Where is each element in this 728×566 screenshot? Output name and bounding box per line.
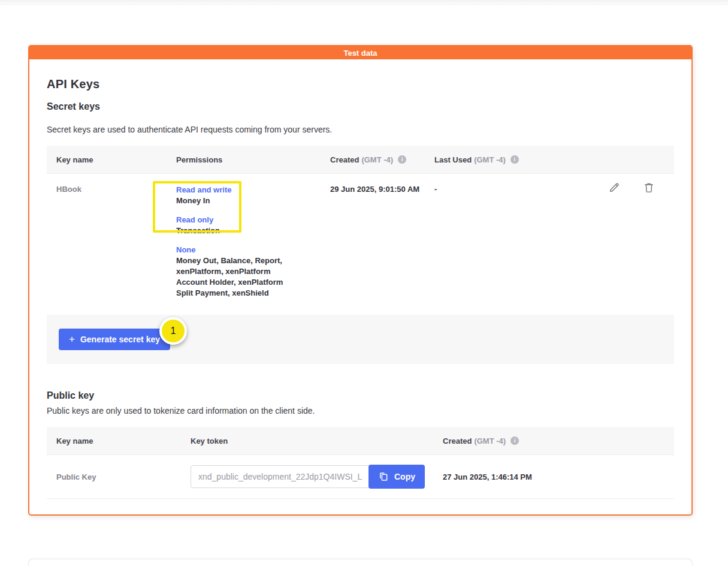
copy-token-button[interactable]: Copy [368,465,425,489]
public-key-token-input[interactable] [191,465,370,488]
previous-card-bottom-edge [0,0,728,5]
test-data-banner: Test data [29,46,691,59]
trash-icon [643,182,655,194]
created-info-icon[interactable] [398,155,406,164]
last-used-info-icon[interactable] [510,155,519,164]
secret-keys-heading: Secret keys [47,101,674,112]
public-key-description: Public keys are only used to tokenize ca… [47,406,674,416]
header-actions [584,146,674,173]
pencil-icon [608,182,620,194]
plus-icon: + [69,334,75,344]
public-key-table-header: Key name Key token Created (GMT -4) [47,427,674,455]
permission-level: None [176,245,298,255]
secret-keys-table-footer: + Generate secret key [47,315,674,364]
generate-secret-key-label: Generate secret key [80,335,160,344]
secret-keys-table: Key name Permissions Created (GMT -4) La… [47,146,674,364]
public-created-info-icon[interactable] [510,436,519,445]
secret-key-row: HBook Read and write Money In Read only … [47,174,674,315]
permission-items: Money Out, Balance, Report, xenPlatform,… [176,255,298,299]
edit-key-button[interactable] [608,182,620,194]
header-last-used: Last Used (GMT -4) [425,146,584,173]
copy-icon [378,471,389,482]
header-key-name: Key name [47,146,167,173]
public-key-table: Key name Key token Created (GMT -4) Publ… [47,427,674,499]
delete-key-button[interactable] [643,182,655,194]
public-key-name: Public Key [47,472,181,481]
header-public-key-name: Key name [47,427,181,454]
next-card-top-edge [28,559,693,566]
permission-group-read-write: Read and write Money In [176,185,298,206]
secret-key-created: 29 Jun 2025, 9:01:50 AM [321,174,425,315]
secret-key-last-used: - [425,174,584,315]
permission-level: Read and write [176,185,298,195]
test-data-banner-label: Test data [343,49,377,58]
public-key-token-cell: Copy [181,465,433,489]
public-key-created: 27 Jun 2025, 1:46:14 PM [433,472,674,481]
permission-group-read-only: Read only Transaction [176,215,298,236]
permission-group-none: None Money Out, Balance, Report, xenPlat… [176,245,298,299]
generate-secret-key-button[interactable]: + Generate secret key [59,329,170,350]
copy-button-label: Copy [394,472,415,481]
header-public-created: Created (GMT -4) [433,427,674,454]
public-key-heading: Public key [47,390,674,401]
secret-key-name: HBook [47,174,167,315]
header-last-used-timezone: (GMT -4) [474,155,506,164]
header-permissions: Permissions [167,146,321,173]
header-public-created-timezone: (GMT -4) [474,436,506,445]
public-key-row: Public Key Copy [47,455,674,499]
permission-items: Transaction [176,225,298,236]
secret-keys-table-header: Key name Permissions Created (GMT -4) La… [47,146,674,174]
header-created-timezone: (GMT -4) [361,155,393,164]
card-body: API Keys Secret keys Secret keys are use… [29,77,691,514]
permission-level: Read only [176,215,298,225]
secret-keys-description: Secret keys are used to authenticate API… [47,125,674,134]
api-keys-page: Test data API Keys Secret keys Secret ke… [0,0,728,566]
header-created: Created (GMT -4) [321,146,425,173]
secret-key-actions [584,174,674,315]
permission-items: Money In [176,195,298,206]
header-key-token: Key token [181,427,433,454]
secret-key-permissions: Read and write Money In Read only Transa… [167,174,321,315]
test-data-card: Test data API Keys Secret keys Secret ke… [28,45,693,516]
page-title: API Keys [47,77,674,91]
